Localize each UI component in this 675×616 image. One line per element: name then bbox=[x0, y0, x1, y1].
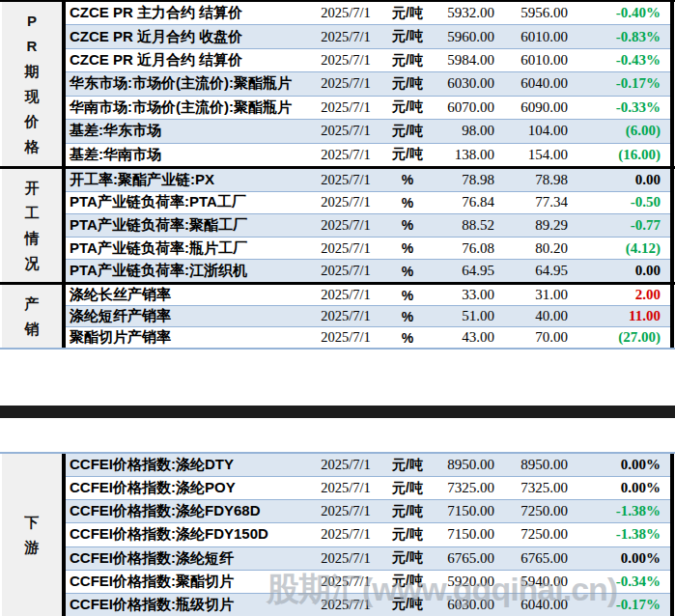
value-previous: 7250.00 bbox=[494, 503, 568, 519]
change-cell: 11.00 bbox=[568, 308, 670, 324]
value-current: 43.00 bbox=[435, 329, 494, 346]
value-current: 76.08 bbox=[435, 240, 494, 257]
indicator-name: PTA产业链负荷率:聚酯工厂 bbox=[66, 216, 311, 235]
date-cell: 2025/7/1 bbox=[311, 263, 380, 279]
value-current: 51.00 bbox=[435, 308, 494, 324]
change-cell: -0.83% bbox=[568, 29, 670, 45]
table-row: 涤纶短纤产销率2025/7/1%51.0040.0011.00 bbox=[66, 306, 670, 327]
value-current: 6030.00 bbox=[435, 75, 494, 92]
value-previous: 6040.00 bbox=[494, 75, 568, 92]
indicator-name: CZCE PR 近月合约 结算价 bbox=[66, 51, 311, 70]
table-row: PTA产业链负荷率:瓶片工厂2025/7/1%76.0880.20(4.12) bbox=[66, 238, 670, 261]
side-label-char: 游 bbox=[25, 535, 40, 560]
table-row: CCFEI价格指数:聚酯切片2025/7/1元/吨5920.005940.00-… bbox=[66, 571, 670, 594]
section-side-label: 开工情况 bbox=[2, 169, 66, 282]
change-cell: -0.17% bbox=[568, 597, 670, 613]
value-previous: 8950.00 bbox=[494, 457, 568, 473]
table-section: 下游CCFEI价格指数:涤纶DTY2025/7/1元/吨8950.008950.… bbox=[0, 454, 675, 616]
date-cell: 2025/7/1 bbox=[311, 597, 380, 613]
table-row: 华东市场:市场价(主流价):聚酯瓶片2025/7/1元/吨6030.006040… bbox=[66, 72, 670, 96]
unit-cell: 元/吨 bbox=[380, 549, 435, 567]
table-section: PR期现价格CZCE PR 主力合约 结算价2025/7/1元/吨5932.00… bbox=[0, 2, 675, 166]
table-row: 基差:华南市场2025/7/1元/吨138.00154.00(16.00) bbox=[66, 144, 670, 166]
indicator-name: 涤纶短纤产销率 bbox=[66, 307, 311, 325]
value-current: 6765.00 bbox=[435, 550, 494, 567]
unit-cell: % bbox=[380, 195, 435, 210]
side-label-char: P bbox=[27, 9, 37, 34]
indicator-name: CZCE PR 主力合约 结算价 bbox=[66, 4, 311, 22]
date-cell: 2025/7/1 bbox=[311, 194, 380, 210]
table-row: 华南市场:市场价(主流价):聚酯瓶片2025/7/1元/吨6070.006090… bbox=[66, 97, 670, 120]
unit-cell: 元/吨 bbox=[380, 5, 435, 22]
table-row: CZCE PR 主力合约 结算价2025/7/1元/吨5932.005956.0… bbox=[66, 2, 670, 25]
table-row: CCFEI价格指数:瓶级切片2025/7/1元/吨6030.006040.00-… bbox=[66, 594, 670, 616]
change-cell: -0.34% bbox=[568, 574, 670, 590]
indicator-name: CCFEI价格指数:瓶级切片 bbox=[66, 596, 311, 614]
change-cell: (16.00) bbox=[568, 147, 670, 163]
date-cell: 2025/7/1 bbox=[311, 574, 380, 590]
change-cell: 0.00 bbox=[568, 263, 670, 279]
value-current: 5984.00 bbox=[435, 52, 494, 69]
indicator-name: 华南市场:市场价(主流价):聚酯瓶片 bbox=[66, 98, 311, 117]
date-cell: 2025/7/1 bbox=[311, 550, 380, 567]
value-previous: 104.00 bbox=[494, 123, 568, 139]
value-current: 78.98 bbox=[435, 172, 494, 188]
value-current: 98.00 bbox=[435, 123, 494, 139]
table-row: PTA产业链负荷率:聚酯工厂2025/7/1%88.5289.29-0.77 bbox=[66, 214, 670, 238]
date-cell: 2025/7/1 bbox=[311, 75, 380, 92]
section-rows: CCFEI价格指数:涤纶DTY2025/7/1元/吨8950.008950.00… bbox=[66, 454, 674, 616]
value-previous: 89.29 bbox=[494, 217, 568, 234]
unit-cell: 元/吨 bbox=[380, 457, 435, 474]
unit-cell: 元/吨 bbox=[380, 596, 435, 613]
indicator-name: PTA产业链负荷率:瓶片工厂 bbox=[66, 239, 311, 258]
indicator-name: PTA产业链负荷率:PTA工厂 bbox=[66, 193, 311, 211]
change-cell: -0.40% bbox=[568, 5, 670, 21]
date-cell: 2025/7/1 bbox=[311, 240, 380, 257]
indicator-name: 基差:华南市场 bbox=[66, 146, 311, 164]
unit-cell: 元/吨 bbox=[380, 503, 435, 520]
table-row: CZCE PR 近月合约 收盘价2025/7/1元/吨5960.006010.0… bbox=[66, 25, 670, 48]
change-cell: -0.17% bbox=[568, 75, 670, 92]
side-label-char: R bbox=[27, 34, 38, 59]
value-previous: 6010.00 bbox=[494, 29, 568, 45]
section-rows: CZCE PR 主力合约 结算价2025/7/1元/吨5932.005956.0… bbox=[66, 2, 674, 166]
change-cell: 0.00 bbox=[568, 172, 670, 188]
table-section: 开工情况开工率:聚酯产业链:PX2025/7/1%78.9878.980.00P… bbox=[0, 166, 675, 282]
indicator-name: 涤纶长丝产销率 bbox=[66, 286, 311, 304]
date-cell: 2025/7/1 bbox=[311, 29, 380, 45]
side-label-char: 况 bbox=[25, 251, 40, 276]
indicator-name: CCFEI价格指数:涤纶FDY150D bbox=[66, 525, 311, 544]
indicator-name: 聚酯切片产销率 bbox=[66, 328, 311, 347]
date-cell: 2025/7/1 bbox=[311, 457, 380, 473]
value-previous: 64.95 bbox=[494, 263, 568, 279]
unit-cell: 元/吨 bbox=[380, 28, 435, 45]
value-previous: 6010.00 bbox=[494, 52, 568, 69]
date-cell: 2025/7/1 bbox=[311, 503, 380, 519]
value-previous: 6765.00 bbox=[494, 550, 568, 567]
date-cell: 2025/7/1 bbox=[311, 329, 380, 346]
value-previous: 77.34 bbox=[494, 194, 568, 210]
indicator-name: CCFEI价格指数:涤纶DTY bbox=[66, 456, 311, 474]
section-divider-bar bbox=[0, 406, 675, 418]
date-cell: 2025/7/1 bbox=[311, 52, 380, 69]
date-cell: 2025/7/1 bbox=[311, 123, 380, 139]
table-row: 涤纶长丝产销率2025/7/1%33.0031.002.00 bbox=[66, 285, 670, 306]
value-previous: 6090.00 bbox=[494, 99, 568, 116]
side-label-char: 情 bbox=[25, 226, 40, 251]
side-label-char: 开 bbox=[25, 176, 40, 201]
table-row: 聚酯切片产销率2025/7/1%43.0070.00(27.00) bbox=[66, 327, 670, 348]
section-rows: 涤纶长丝产销率2025/7/1%33.0031.002.00涤纶短纤产销率202… bbox=[66, 285, 674, 348]
indicator-name: CCFEI价格指数:聚酯切片 bbox=[66, 573, 311, 591]
table-section: 产销涤纶长丝产销率2025/7/1%33.0031.002.00涤纶短纤产销率2… bbox=[0, 282, 675, 348]
change-cell: (6.00) bbox=[568, 123, 670, 139]
table-row: CCFEI价格指数:涤纶短纤2025/7/1元/吨6765.006765.000… bbox=[66, 547, 670, 571]
side-label-char: 产 bbox=[25, 292, 40, 317]
change-cell: -0.43% bbox=[568, 52, 670, 69]
table-row: CCFEI价格指数:涤纶DTY2025/7/1元/吨8950.008950.00… bbox=[66, 454, 670, 477]
value-current: 6030.00 bbox=[435, 597, 494, 613]
unit-cell: % bbox=[380, 240, 435, 256]
date-cell: 2025/7/1 bbox=[311, 480, 380, 496]
side-label-char: 现 bbox=[25, 84, 40, 109]
indicator-name: CCFEI价格指数:涤纶FDY68D bbox=[66, 502, 311, 520]
value-previous: 5940.00 bbox=[494, 574, 568, 590]
